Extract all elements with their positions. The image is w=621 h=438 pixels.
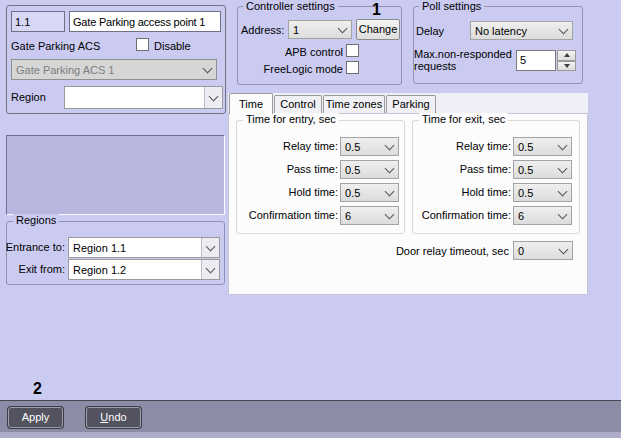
chevron-down-icon [201, 260, 219, 279]
apb-control-checkbox[interactable] [346, 44, 359, 57]
address-label: Address: [241, 24, 284, 36]
callout-2: 2 [33, 380, 42, 398]
exit-confirmation-time-label: Confirmation time: [410, 209, 511, 221]
time-entry-title: Time for entry, sec [243, 113, 339, 125]
exit-from-label: Exit from: [0, 263, 65, 275]
chevron-down-icon [554, 184, 571, 201]
entrance-to-label: Entrance to: [0, 241, 65, 253]
entry-relay-time-label: Relay time: [238, 140, 338, 152]
tab-time-zones[interactable]: Time zones [323, 95, 385, 113]
exit-pass-time-combo[interactable]: 0.5 [513, 160, 572, 179]
door-relay-timeout-label: Door relay timeout, sec [380, 245, 509, 257]
controller-settings-title: Controller settings [243, 0, 338, 12]
delay-combo[interactable]: No latency [470, 21, 573, 40]
exit-hold-time-label: Hold time: [410, 186, 511, 198]
change-button[interactable]: Change [356, 19, 400, 40]
poll-settings-group [413, 6, 583, 84]
preview-area [6, 135, 225, 215]
exit-relay-time-label: Relay time: [410, 140, 511, 152]
entry-confirmation-time-label: Confirmation time: [238, 209, 338, 221]
access-point-id-field[interactable] [11, 11, 65, 32]
callout-1: 1 [372, 1, 381, 19]
door-relay-timeout-combo[interactable]: 0 [513, 241, 573, 260]
bottom-strip [0, 432, 621, 438]
exit-confirmation-time-combo[interactable]: 6 [513, 206, 572, 225]
address-combo[interactable]: 1 [288, 20, 352, 39]
chevron-down-icon [554, 207, 571, 224]
undo-button[interactable]: Undo [86, 407, 141, 428]
chevron-down-icon [201, 238, 219, 257]
time-exit-title: Time for exit, sec [419, 113, 508, 125]
chevron-down-icon [381, 138, 398, 155]
chevron-down-icon [381, 207, 398, 224]
chevron-down-icon [554, 138, 571, 155]
region-combo[interactable] [64, 86, 223, 109]
entry-relay-time-combo[interactable]: 0.5 [340, 137, 399, 156]
entry-pass-time-label: Pass time: [238, 163, 338, 175]
max-requests-spinner[interactable] [557, 50, 576, 71]
spin-down-button[interactable] [557, 61, 576, 72]
entry-pass-time-combo[interactable]: 0.5 [340, 160, 399, 179]
max-requests-field[interactable]: 5 [516, 50, 556, 71]
chevron-down-icon [334, 21, 351, 38]
entrance-region-combo[interactable]: Region 1.1 [68, 237, 220, 258]
disable-checkbox[interactable] [136, 38, 149, 51]
max-requests-label: Max.non-responded requests [414, 48, 512, 72]
region-label: Region [11, 91, 46, 103]
exit-region-combo[interactable]: Region 1.2 [68, 259, 220, 280]
chevron-down-icon [204, 87, 222, 108]
apb-control-label: APB control [240, 46, 343, 58]
chevron-down-icon [555, 242, 572, 259]
tab-control[interactable]: Control [274, 95, 322, 113]
apply-button[interactable]: Apply [8, 407, 63, 428]
disable-label: Disable [154, 40, 191, 52]
chevron-down-icon [381, 161, 398, 178]
chevron-down-icon [381, 184, 398, 201]
freelogic-mode-checkbox[interactable] [346, 61, 359, 74]
spin-up-button[interactable] [557, 50, 576, 61]
chevron-down-icon [555, 22, 572, 39]
regions-group-title: Regions [13, 214, 59, 226]
acs-label: Gate Parking ACS [11, 40, 100, 52]
tab-time[interactable]: Time [229, 93, 273, 114]
acs-combo[interactable]: Gate Parking ACS 1 [11, 59, 217, 80]
delay-label: Delay [416, 25, 444, 37]
freelogic-mode-label: FreeLogic mode [240, 63, 343, 75]
entry-hold-time-label: Hold time: [238, 186, 338, 198]
exit-relay-time-combo[interactable]: 0.5 [513, 137, 572, 156]
chevron-down-icon [554, 161, 571, 178]
chevron-down-icon [199, 60, 216, 79]
access-point-name-field[interactable] [69, 11, 221, 32]
access-point-identity-box: Gate Parking ACS Disable Gate Parking AC… [6, 5, 226, 114]
poll-settings-title: Poll settings [419, 0, 484, 12]
exit-hold-time-combo[interactable]: 0.5 [513, 183, 572, 202]
entry-confirmation-time-combo[interactable]: 6 [340, 206, 399, 225]
tab-parking[interactable]: Parking [386, 95, 436, 113]
entry-hold-time-combo[interactable]: 0.5 [340, 183, 399, 202]
exit-pass-time-label: Pass time: [410, 163, 511, 175]
